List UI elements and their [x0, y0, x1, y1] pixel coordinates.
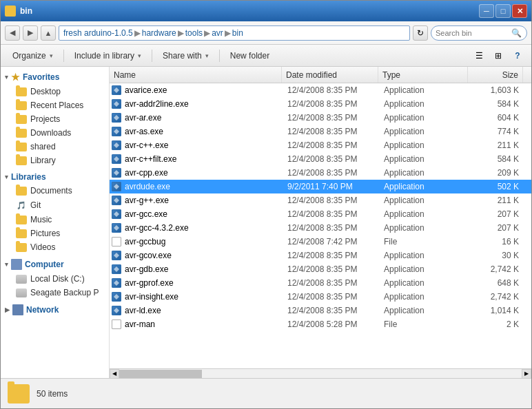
file-list: avarice.exe 12/4/2008 8:35 PM Applicatio… [110, 83, 531, 368]
title-bar-buttons: ─ □ ✕ [479, 4, 527, 18]
file-row[interactable]: avr-addr2line.exe 12/4/2008 8:35 PM Appl… [110, 97, 531, 111]
sidebar-item-library[interactable]: Library [1, 154, 109, 167]
file-icon [111, 236, 122, 247]
exe-file-icon [112, 113, 121, 123]
sidebar-item-desktop[interactable]: Desktop [1, 85, 109, 98]
exe-file-icon [112, 99, 121, 109]
address-path[interactable]: fresh arduino-1.0.5 ▶ hardware ▶ tools ▶… [59, 25, 410, 41]
path-arrow-3: ▶ [225, 28, 231, 38]
file-row[interactable]: avr-g++.exe 12/4/2008 8:35 PM Applicatio… [110, 193, 531, 207]
title-bar: bin ─ □ ✕ [1, 1, 531, 21]
downloads-folder-icon [16, 129, 27, 138]
file-row[interactable]: avr-gprof.exe 12/4/2008 8:35 PM Applicat… [110, 276, 531, 290]
scroll-track[interactable] [119, 369, 522, 379]
desktop-folder-icon [16, 87, 27, 96]
col-header-size[interactable]: Size [468, 67, 523, 83]
sidebar-item-videos[interactable]: Videos [1, 240, 109, 254]
file-type-cell: Application [380, 251, 469, 260]
scroll-right-button[interactable]: ▶ [522, 369, 531, 379]
file-name-cell: avr-ar.exe [111, 112, 283, 123]
share-with-button[interactable]: Share with ▾ [156, 48, 215, 64]
file-row[interactable]: avr-insight.exe 12/4/2008 8:35 PM Applic… [110, 290, 531, 304]
file-type-cell: Application [380, 209, 469, 219]
file-row[interactable]: avr-gcc-4.3.2.exe 12/4/2008 8:35 PM Appl… [110, 221, 531, 235]
file-row[interactable]: avr-gccbug 12/4/2008 7:42 PM File 16 K [110, 235, 531, 249]
sidebar-header-libraries[interactable]: ▾ Libraries [1, 170, 109, 184]
sidebar-item-recent[interactable]: Recent Places [1, 98, 109, 112]
file-row[interactable]: avarice.exe 12/4/2008 8:35 PM Applicatio… [110, 83, 531, 97]
col-header-type[interactable]: Type [378, 67, 468, 83]
file-name-text: avrdude.exe [125, 182, 170, 191]
forward-button[interactable]: ▶ [23, 25, 38, 41]
file-row[interactable]: avr-cpp.exe 12/4/2008 8:35 PM Applicatio… [110, 166, 531, 180]
sidebar-item-shared[interactable]: shared [1, 140, 109, 154]
up-button[interactable]: ▲ [41, 25, 56, 41]
sidebar-item-projects[interactable]: Projects [1, 112, 109, 126]
sidebar-item-local-disk[interactable]: Local Disk (C:) [1, 272, 109, 286]
file-row[interactable]: avr-ld.exe 12/4/2008 8:35 PM Application… [110, 304, 531, 317]
path-segment-1[interactable]: hardware [142, 28, 176, 38]
file-date-cell: 12/4/2008 8:35 PM [283, 278, 380, 288]
path-arrow-2: ▶ [204, 28, 210, 38]
file-row[interactable]: avr-as.exe 12/4/2008 8:35 PM Application… [110, 125, 531, 138]
file-row[interactable]: avr-ar.exe 12/4/2008 8:35 PM Application… [110, 111, 531, 125]
search-input[interactable] [436, 29, 511, 37]
col-type-label: Type [382, 70, 400, 80]
file-name-cell: avr-gccbug [111, 236, 283, 247]
back-button[interactable]: ◀ [5, 25, 20, 41]
search-box[interactable]: 🔍 [431, 25, 527, 41]
new-folder-button[interactable]: New folder [224, 48, 276, 64]
toolbar-right: ☰ ⊞ ? [471, 48, 526, 64]
sidebar-item-documents[interactable]: Documents [1, 184, 109, 198]
file-type-cell: Application [380, 99, 469, 109]
view-details-button[interactable]: ☰ [471, 48, 487, 64]
file-row[interactable]: avr-c++.exe 12/4/2008 8:35 PM Applicatio… [110, 138, 531, 152]
path-segment-3[interactable]: avr [212, 28, 223, 38]
exe-file-icon [112, 127, 121, 136]
file-row[interactable]: avr-gdb.exe 12/4/2008 8:35 PM Applicatio… [110, 262, 531, 276]
scroll-thumb[interactable] [119, 370, 202, 378]
exe-file-icon [112, 209, 121, 219]
projects-label: Projects [30, 114, 60, 124]
sidebar-header-network[interactable]: ▶ Network [1, 302, 109, 317]
file-row[interactable]: avr-man 12/4/2008 5:28 PM File 2 K [110, 317, 531, 331]
file-icon [111, 305, 122, 316]
scroll-left-button[interactable]: ◀ [110, 369, 119, 379]
horizontal-scrollbar[interactable]: ◀ ▶ [110, 368, 531, 378]
file-date-cell: 9/2/2011 7:40 PM [283, 182, 380, 191]
file-type-cell: Application [380, 154, 469, 164]
sidebar-item-downloads[interactable]: Downloads [1, 126, 109, 140]
file-size-cell: 604 K [469, 113, 524, 123]
sidebar-item-music[interactable]: Music [1, 213, 109, 227]
view-toggle-button[interactable]: ⊞ [490, 48, 507, 64]
maximize-button[interactable]: □ [495, 4, 511, 18]
file-row[interactable]: avr-c++filt.exe 12/4/2008 8:35 PM Applic… [110, 152, 531, 166]
file-row[interactable]: avrdude.exe 9/2/2011 7:40 PM Application… [110, 180, 531, 193]
sidebar-header-favorites[interactable]: ▾ ★ Favorites [1, 70, 109, 85]
file-row[interactable]: avr-gcov.exe 12/4/2008 8:35 PM Applicati… [110, 249, 531, 262]
col-header-date[interactable]: Date modified [282, 67, 378, 83]
status-item-count: 50 items [37, 389, 68, 399]
file-date-cell: 12/4/2008 8:35 PM [283, 99, 380, 109]
sidebar-item-git[interactable]: 🎵 Git [1, 198, 109, 213]
refresh-button[interactable]: ↻ [413, 25, 428, 41]
help-button[interactable]: ? [509, 48, 526, 64]
col-header-name[interactable]: Name [110, 67, 282, 83]
file-type-cell: Application [380, 223, 469, 233]
sidebar-item-pictures[interactable]: Pictures [1, 227, 109, 240]
file-row[interactable]: avr-gcc.exe 12/4/2008 8:35 PM Applicatio… [110, 207, 531, 221]
close-button[interactable]: ✕ [512, 4, 527, 18]
path-segment-4[interactable]: bin [232, 28, 243, 38]
file-name-cell: avr-c++.exe [111, 140, 283, 151]
file-type-cell: Application [380, 182, 469, 191]
sidebar-header-computer[interactable]: ▾ Computer [1, 257, 109, 272]
file-name-text: avr-gccbug [125, 237, 165, 247]
sidebar-section-libraries: ▾ Libraries Documents 🎵 Git Music [1, 170, 109, 254]
path-segment-2[interactable]: tools [185, 28, 203, 38]
file-name-text: avr-gcc-4.3.2.exe [125, 223, 189, 233]
organize-button[interactable]: Organize ▾ [6, 48, 59, 64]
minimize-button[interactable]: ─ [479, 4, 494, 18]
sidebar-item-seagate[interactable]: Seagate Backup P [1, 286, 109, 300]
include-in-library-button[interactable]: Include in library ▾ [68, 48, 147, 64]
path-segment-0[interactable]: fresh arduino-1.0.5 [63, 28, 133, 38]
